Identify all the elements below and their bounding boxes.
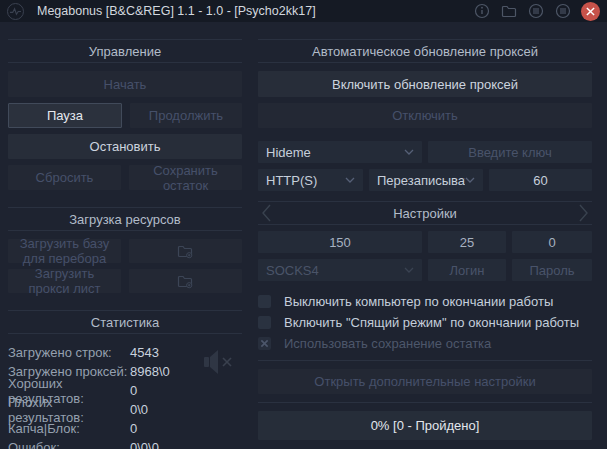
load-base-folder-button[interactable] [129, 239, 242, 263]
checkbox-label: Использовать сохранение остатка [284, 336, 491, 351]
checkbox-box[interactable] [258, 295, 271, 308]
settings-next-arrow-icon[interactable] [578, 202, 589, 224]
stat-errors: Ошибок: 0\0\0 [8, 438, 242, 449]
overwrite-mode-value: Перезаписывать [377, 173, 465, 188]
password-input[interactable] [512, 259, 592, 281]
sound-mute-icon[interactable] [202, 347, 236, 377]
start-button[interactable]: Начать [8, 71, 242, 97]
overwrite-mode-select[interactable]: Перезаписывать [369, 169, 483, 191]
stat-captcha-block: Капча|Блок: 0 [8, 419, 242, 438]
checkbox-box-checked[interactable] [258, 337, 271, 350]
load-proxy-folder-button[interactable] [129, 269, 242, 293]
stats-panel: Загружено строк: 4543 Загружено проксей:… [8, 343, 242, 449]
proxy-service-value: Hideme [266, 145, 404, 160]
app-logo-icon [7, 3, 24, 20]
progress-bar: 0% [0 - Пройдено] [258, 411, 592, 440]
stat-label: Ошибок: [8, 440, 130, 449]
stat-value: 8968\0 [130, 364, 170, 379]
folder-plus-icon [177, 244, 194, 259]
checkbox-sleep-mode[interactable]: Включить "Спящий режим" по окончании раб… [258, 315, 592, 330]
checkbox-use-save-rest[interactable]: Использовать сохранение остатка [258, 336, 592, 351]
management-header-label: Управление [89, 44, 161, 59]
stat-label: Плохих результатов: [8, 395, 130, 425]
proxy-update-header-label: Автоматическое обновление проксей [312, 44, 538, 59]
stats-header-label: Статистика [91, 315, 159, 330]
login-input[interactable] [428, 259, 506, 281]
section-settings-header: Настройки [258, 201, 592, 225]
folder-plus-icon [177, 274, 194, 289]
timeout-input[interactable] [428, 231, 506, 253]
stop-button[interactable]: Остановить [8, 134, 242, 159]
chevron-down-icon [404, 267, 414, 273]
section-proxy-update-header: Автоматическое обновление проксей [258, 39, 592, 63]
stat-value: 0\0\0 [130, 440, 159, 449]
save-rest-button[interactable]: Сохранить остаток [129, 165, 242, 190]
divider [258, 360, 592, 361]
reset-button[interactable]: Сбросить [8, 165, 121, 190]
load-base-button[interactable]: Загрузить базу для перебора [8, 239, 121, 263]
open-advanced-settings-button[interactable]: Открыть дополнительные настройки [258, 369, 592, 394]
checkbox-label: Выключить компьютер по окончании работы [284, 294, 553, 309]
threads-input[interactable] [258, 231, 422, 253]
pause-button[interactable]: Пауза [8, 103, 122, 128]
stat-value: 4543 [130, 345, 159, 360]
chevron-down-icon [465, 177, 475, 183]
divider [258, 402, 592, 403]
api-key-input[interactable] [428, 141, 592, 163]
settings-prev-arrow-icon[interactable] [261, 202, 272, 224]
resources-header-label: Загрузка ресурсов [69, 212, 181, 227]
continue-button[interactable]: Продолжить [130, 103, 242, 128]
section-management-header: Управление [8, 39, 242, 63]
checkbox-box[interactable] [258, 316, 271, 329]
app-window: Megabonus [B&C&REG] 1.1 - 1.0 - [Psycho2… [0, 0, 607, 449]
checkbox-shutdown-computer[interactable]: Выключить компьютер по окончании работы [258, 294, 592, 309]
progress-label: 0% [0 - Пройдено] [371, 418, 480, 433]
folder-icon[interactable] [500, 3, 517, 20]
stat-value: 0\0 [130, 402, 148, 417]
update-interval-input[interactable] [489, 169, 592, 191]
checkbox-label: Включить "Спящий режим" по окончании раб… [284, 315, 579, 330]
proxy-type-select[interactable]: HTTP(S) [258, 169, 363, 191]
settings-header-label: Настройки [393, 206, 457, 221]
stat-value: 0 [130, 383, 137, 398]
proxy-type-value: HTTP(S) [266, 173, 345, 188]
enable-proxy-update-button[interactable]: Включить обновление проксей [258, 71, 592, 97]
section-stats-header: Статистика [8, 310, 242, 334]
section-resources-header: Загрузка ресурсов [8, 207, 242, 231]
chat-list-icon[interactable] [527, 3, 544, 20]
chevron-down-icon [404, 149, 414, 155]
stat-label: Загружено строк: [8, 345, 130, 360]
close-button[interactable] [581, 2, 600, 21]
retries-input[interactable] [512, 231, 592, 253]
socks-type-value: SOCKS4 [266, 263, 404, 278]
disable-proxy-update-button[interactable]: Отключить [258, 103, 592, 128]
load-proxy-button[interactable]: Загрузить прокси лист [8, 269, 121, 293]
info-icon[interactable] [473, 3, 490, 20]
chevron-down-icon [345, 177, 355, 183]
titlebar: Megabonus [B&C&REG] 1.1 - 1.0 - [Psycho2… [0, 0, 607, 22]
proxy-service-select[interactable]: Hideme [258, 141, 422, 163]
window-title: Megabonus [B&C&REG] 1.1 - 1.0 - [Psycho2… [37, 4, 316, 18]
stat-label: Капча|Блок: [8, 421, 130, 436]
menu-list-icon[interactable] [554, 3, 571, 20]
socks-type-select[interactable]: SOCKS4 [258, 259, 422, 281]
stat-value: 0 [130, 421, 137, 436]
stat-bad-results: Плохих результатов: 0\0 [8, 400, 242, 419]
